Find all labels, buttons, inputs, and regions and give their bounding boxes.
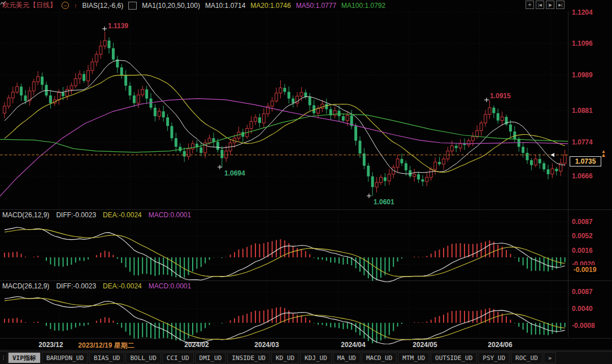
macd1-axis-label: 0.0087 [572,218,593,226]
indicator-toolbar: ⁞ VIP指标BARUPDN_UDBIAS_UDBOLL_UDCCI_UDDMI… [0,351,612,364]
ma20-value: MA20:1.0746 [250,2,290,10]
indicator-tab-dmi_ud[interactable]: DMI_UD [195,352,227,363]
date-axis-label: 2024/05 [413,341,437,349]
date-axis-label: 2024/02 [184,341,209,349]
macd1-dea-value: DEA:-0.0024 [103,211,142,219]
macd2-axis-label: 0.0087 [572,288,593,296]
price-extreme-annotation: 1.0915 [490,92,511,100]
price-extreme-annotation: 1.0601 [374,198,394,206]
date-axis-label: 2024/04 [341,341,365,349]
macd2-macd-value: MACD:0.0001 [149,282,191,290]
trend-up-arrow-icon: ↑ [74,2,77,9]
date-axis-label: 2023/12 [38,341,63,349]
price-extreme-annotation: 1.1139 [108,22,128,30]
ma10-value: MA10:1.0714 [205,2,245,10]
macd2-title: MACD(26,12,9) [2,282,49,290]
price-up-arrows-icon: ▴▲ [601,149,606,157]
price-axis-label: 1.0881 [572,107,593,115]
macd2-header: MACD(26,12,9) DIFF:-0.0023 DEA:-0.0024 M… [2,282,191,290]
indicator-tab-macd_ud[interactable]: MACD_UD [362,352,397,363]
date-axis-label: 2024/06 [488,341,512,349]
step-back-icon[interactable]: |◀ [536,1,544,9]
price-axis-label: 1.0774 [572,138,593,146]
macd2-axis-label: 0.0040 [572,305,593,313]
ma100-value: MA100:1.0792 [341,2,385,10]
goto-end-icon[interactable]: ▶| [556,1,565,9]
chart-header: 欧元美元【日线】 − ↑ BIAS(12,-6,6) MA1(10,20,50,… [0,0,385,11]
indicator-tab-kd_ud[interactable]: KD_UD [271,352,299,363]
macd1-title: MACD(26,12,9) [2,211,49,219]
zoom-out-icon[interactable]: − [62,2,69,9]
step-forward-icon[interactable]: |▶ [546,1,554,9]
price-axis-label: 1.1096 [572,40,593,47]
date-axis-label: 2024/03 [254,341,279,349]
indicator-tab-psy_ud[interactable]: PSY_UD [478,352,510,363]
indicator-tab-kdj_ud[interactable]: KDJ_UD [300,352,332,363]
line-chart-icon[interactable] [128,2,137,10]
price-axis-label: 1.0666 [572,172,593,180]
indicator-tab-[interactable]: » [544,352,557,363]
ma-group-label: MA1(10,20,50,100) [142,2,200,10]
macd2-dea-value: DEA:-0.0024 [103,282,142,290]
indicator-tab-cci_ud[interactable]: CCI_UD [162,352,194,363]
current-price-tag: 1.0735 [570,156,601,166]
trading-terminal: 欧元美元【日线】 − ↑ BIAS(12,-6,6) MA1(10,20,50,… [0,0,612,364]
indicator-tab-ma_ud[interactable]: MA_UD [333,352,361,363]
price-axis-label: 1.1204 [572,8,593,16]
macd1-macd-value: MACD:0.0001 [149,211,191,219]
indicator-tab-roc_ud[interactable]: ROC_UD [511,352,542,363]
macd2-diff-value: DIFF:-0.0023 [56,282,96,290]
date-axis-label: 2023/12/19 星期二 [78,341,134,350]
macd2-axis-label: -0.0008 [572,322,595,330]
toolbar-handle[interactable]: ⁞ [0,352,7,364]
candlestick-chart-canvas[interactable] [0,0,612,364]
indicator-tab-barupdn_ud[interactable]: BARUPDN_UD [42,352,88,363]
indicator-tab-mtm_ud[interactable]: MTM_UD [398,352,429,363]
macd1-header: MACD(26,12,9) DIFF:-0.0023 DEA:-0.0024 M… [2,211,191,219]
macd-latest-value-tag: -0.0019 [570,265,600,274]
indicator-tab-inside_ud[interactable]: INSIDE_UD [227,352,270,363]
chart-window-controls: +|◀|▶▶| [526,1,565,9]
bias-indicator-label: BIAS(12,-6,6) [83,2,124,10]
price-extreme-annotation: 1.0694 [224,169,245,177]
indicator-tab-vip[interactable]: VIP指标 [8,352,41,363]
macd1-axis-label: 0.0052 [572,232,593,240]
crosshair-move-icon[interactable]: + [526,1,534,9]
price-axis-label: 1.0989 [572,71,593,79]
indicator-tab-boll_ud[interactable]: BOLL_UD [125,352,160,363]
ma50-value: MA50:1.0777 [296,2,336,10]
symbol-title: 欧元美元【日线】 [2,1,57,10]
indicator-tab-bias_ud[interactable]: BIAS_UD [89,352,124,363]
indicator-tab-outside_ud[interactable]: OUTSIDE_UD [431,352,477,363]
macd1-diff-value: DIFF:-0.0023 [56,211,96,219]
macd1-axis-label: 0.0016 [572,247,593,255]
